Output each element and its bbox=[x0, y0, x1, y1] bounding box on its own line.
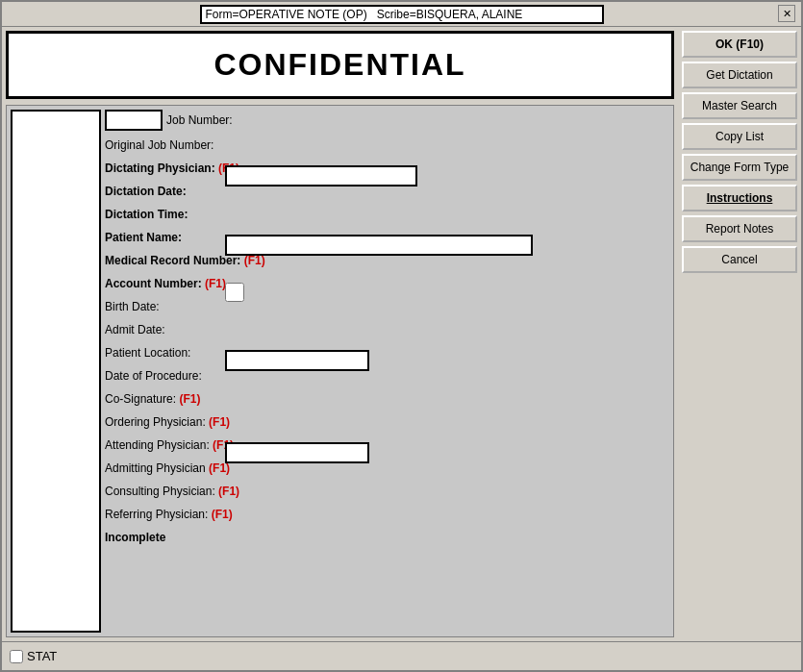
main-content: CONFIDENTIAL Job Number: Original Job Nu… bbox=[2, 27, 801, 641]
copy-list-button[interactable]: Copy List bbox=[682, 123, 797, 150]
consulting-physician-label: Consulting Physician: (F1) bbox=[105, 485, 239, 498]
incomplete-row: Incomplete bbox=[105, 527, 316, 548]
referring-physician-label: Referring Physician: (F1) bbox=[105, 508, 233, 521]
left-panel: CONFIDENTIAL Job Number: Original Job Nu… bbox=[2, 27, 678, 641]
master-search-button[interactable]: Master Search bbox=[682, 92, 797, 119]
close-button[interactable]: ✕ bbox=[778, 5, 795, 22]
job-number-input[interactable] bbox=[105, 110, 163, 131]
consulting-physician-row: Consulting Physician: (F1) bbox=[105, 481, 316, 502]
confidential-box: CONFIDENTIAL bbox=[6, 31, 674, 99]
stat-checkbox[interactable] bbox=[10, 650, 23, 663]
center-column-box bbox=[11, 110, 101, 633]
attending-physician-label: Attending Physician: (F1) bbox=[105, 438, 234, 452]
birth-date-label: Birth Date: bbox=[105, 300, 160, 313]
account-number-label: Account Number: (F1) bbox=[105, 277, 226, 290]
main-window: ✕ CONFIDENTIAL Job Number: bbox=[0, 0, 803, 672]
report-notes-button[interactable]: Report Notes bbox=[682, 215, 797, 242]
admitting-physician-label: Admitting Physician (F1) bbox=[105, 461, 230, 475]
admit-date-label: Admit Date: bbox=[105, 323, 165, 336]
change-form-type-button[interactable]: Change Form Type bbox=[682, 154, 797, 181]
attending-physician-input[interactable] bbox=[225, 442, 369, 463]
co-signature-label: Co-Signature: (F1) bbox=[105, 392, 200, 406]
dictation-date-label: Dictation Date: bbox=[105, 185, 187, 198]
input-fields-overlay bbox=[225, 127, 533, 463]
job-number-label: Job Number: bbox=[166, 113, 233, 127]
patient-name-input[interactable] bbox=[225, 235, 533, 256]
dictating-physician-input[interactable] bbox=[225, 165, 417, 187]
right-panel: OK (F10) Get Dictation Master Search Cop… bbox=[678, 27, 801, 641]
title-bar: ✕ bbox=[2, 2, 801, 27]
original-job-number-label: Original Job Number: bbox=[105, 138, 213, 152]
account-number-checkbox[interactable] bbox=[225, 283, 244, 302]
instructions-button[interactable]: Instructions bbox=[682, 185, 797, 212]
referring-physician-row: Referring Physician: (F1) bbox=[105, 504, 316, 525]
title-field[interactable] bbox=[200, 5, 604, 24]
stat-checkbox-container: STAT bbox=[10, 649, 57, 663]
dictating-physician-label: Dictating Physician: (F1) bbox=[105, 162, 239, 175]
patient-name-label: Patient Name: bbox=[105, 231, 182, 244]
patient-location-label: Patient Location: bbox=[105, 346, 190, 360]
cancel-button[interactable]: Cancel bbox=[682, 246, 797, 273]
incomplete-label: Incomplete bbox=[105, 531, 165, 544]
ok-button[interactable]: OK (F10) bbox=[682, 31, 797, 58]
form-area: Job Number: Original Job Number: Dictati… bbox=[6, 105, 674, 637]
confidential-text: CONFIDENTIAL bbox=[22, 47, 658, 83]
dictation-time-label: Dictation Time: bbox=[105, 208, 188, 221]
get-dictation-button[interactable]: Get Dictation bbox=[682, 62, 797, 88]
bottom-bar: STAT bbox=[2, 641, 801, 670]
date-of-procedure-label: Date of Procedure: bbox=[105, 369, 202, 383]
stat-label: STAT bbox=[27, 649, 57, 663]
patient-location-input[interactable] bbox=[225, 350, 369, 371]
ordering-physician-label: Ordering Physician: (F1) bbox=[105, 415, 230, 429]
